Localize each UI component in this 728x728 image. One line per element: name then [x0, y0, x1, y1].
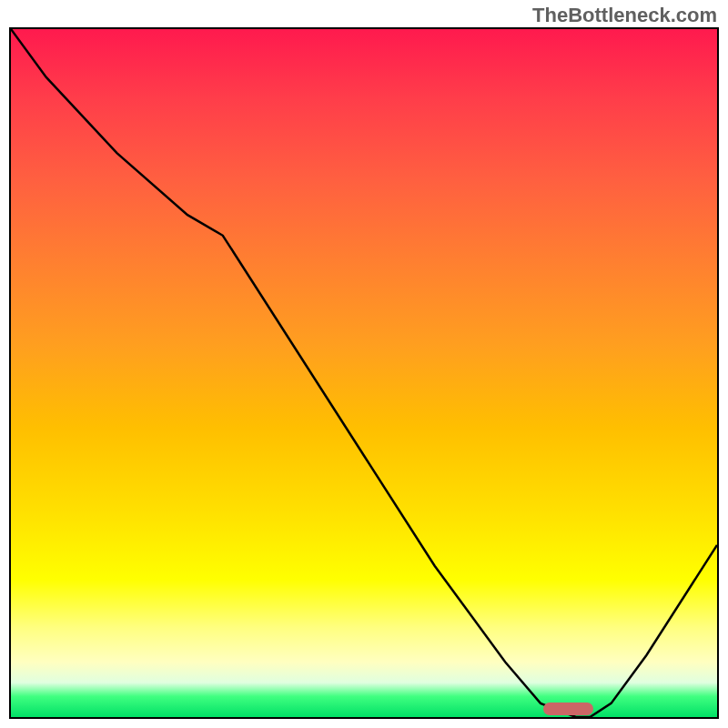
watermark-text: TheBottleneck.com	[532, 4, 717, 27]
chart-plot-area	[9, 27, 719, 719]
bottleneck-curve	[11, 29, 717, 717]
optimal-range-marker	[543, 703, 593, 715]
chart-svg	[11, 29, 717, 717]
